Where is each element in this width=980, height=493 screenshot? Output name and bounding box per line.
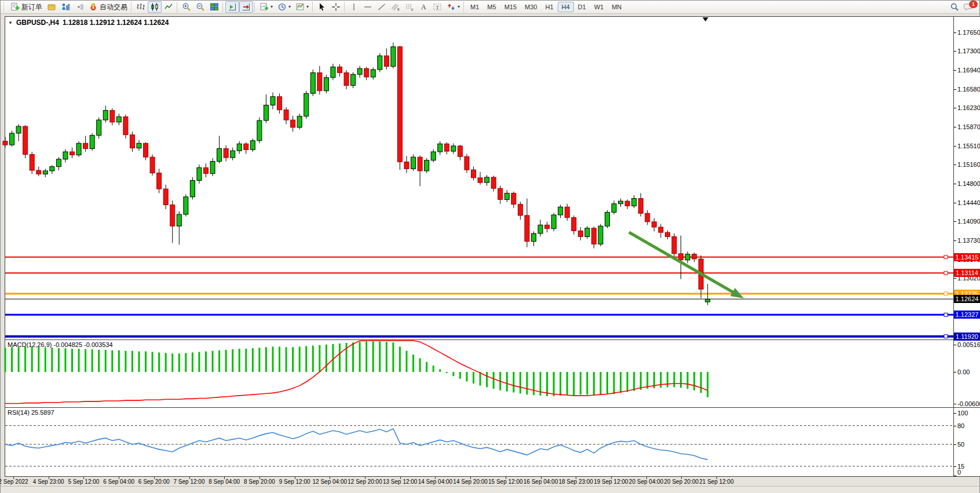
equidistant-channel-button[interactable]: E [389,1,403,13]
price-tick-label: 1.14800 [957,181,980,187]
date-label: 12 Sep 20:00 [348,479,382,485]
timeframe-d1[interactable]: D1 [574,2,590,12]
new-order-button[interactable]: 新订单 [8,1,45,13]
signals-button[interactable] [72,1,86,13]
separator [312,2,313,12]
rsi-tick-mark [954,476,956,476]
text-label-button[interactable]: T [430,1,444,13]
notification-badge: 1 [969,1,978,8]
chevron-down-icon: ▾ [288,5,291,9]
price-tick-mark [954,51,956,52]
tile-windows-button[interactable] [207,1,221,13]
fibonacci-icon: F [405,2,414,12]
rsi-tick-mark [954,466,956,467]
timeframe-w1[interactable]: W1 [590,2,608,12]
separator [463,2,464,12]
date-label: 4 Sep 23:00 [33,479,64,485]
text-icon: A [419,2,428,12]
status-bar [1,486,979,493]
price-tick-mark [954,221,956,222]
timeframe-m15[interactable]: M15 [500,2,521,12]
date-label: 16 Sep 04:00 [524,479,558,485]
chart-shift-button[interactable] [225,1,239,13]
candlestick-chart-button[interactable] [148,1,162,13]
date-label: 14 Sep 20:00 [453,479,488,485]
chart-collapse-icon[interactable]: ▼ [8,20,13,25]
market-watch-button[interactable] [58,1,72,13]
timeframe-m5[interactable]: M5 [483,2,500,12]
price-tick-label: 1.16230 [957,105,980,111]
zoom-out-button[interactable] [193,1,207,13]
rsi-panel-border[interactable] [5,407,980,408]
separator [344,2,345,12]
profiles-button[interactable] [45,1,58,13]
price-tick-mark [954,203,956,203]
tile-windows-icon [210,2,219,12]
trendline-button[interactable] [375,1,389,13]
price-tick-mark [954,32,956,33]
toolbar-grip[interactable] [3,2,6,12]
date-label: 18 Sep 23:00 [558,479,593,485]
auto-scroll-button[interactable] [239,1,253,13]
timeframe-m1[interactable]: M1 [466,2,483,12]
bar-chart-icon [136,2,145,12]
date-label: 20 Sep 04:00 [629,479,664,485]
date-label: 5 Sep 12:00 [68,479,99,485]
timeframe-m30[interactable]: M30 [521,2,541,12]
vertical-line-button[interactable] [347,1,361,13]
rsi-tick-mark [954,444,956,445]
search-icon [950,2,959,12]
fibonacci-button[interactable]: F [403,1,416,13]
price-tick-mark [954,278,956,279]
price-tick-mark [954,165,956,165]
indicators-button[interactable]: ▾ [257,1,275,13]
periods-button[interactable]: ▾ [275,1,293,13]
zoom-in-button[interactable] [180,1,193,13]
price-tick-mark [954,108,956,108]
rsi-tick-label: 80 [957,423,964,429]
notifications-button[interactable]: 1 [961,1,976,13]
new-order-icon [10,2,20,12]
price-tick-mark [954,127,956,127]
separator [131,2,131,12]
crosshair-button[interactable] [329,1,343,13]
timeframe-group: M1M5M15M30H1H4D1W1MN [466,2,626,12]
macd-tick-mark [954,404,956,404]
line-chart-icon [164,2,173,12]
timeframe-h1[interactable]: H1 [541,2,557,12]
date-label: 6 Sep 20:00 [138,479,170,485]
macd-panel-border[interactable] [5,339,980,340]
line-chart-button[interactable] [162,1,175,13]
horizontal-line-button[interactable] [361,1,375,13]
price-tick-mark [954,240,956,241]
date-axis-border [5,476,980,477]
market-watch-icon [61,2,70,12]
svg-text:A: A [421,3,426,11]
date-label: 7 Sep 12:00 [174,479,205,485]
price-tick-label: 1.16940 [957,67,980,74]
cursor-icon [317,2,327,12]
ohlc-quote-label: 1.12818 1.12912 1.12624 1.12624 [63,19,169,27]
toolbar-right: 1 [948,1,976,13]
price-badge-1.13114: 1.13114 [954,269,980,277]
bar-chart-button[interactable] [134,1,148,13]
signals-icon [75,2,84,12]
timeframe-h4[interactable]: H4 [558,2,574,12]
price-tick-label: 1.17650 [957,30,980,36]
price-tick-label: 1.14440 [957,200,980,206]
templates-button[interactable]: ▾ [293,1,311,13]
chart-shift-icon [228,2,237,12]
arrows-button[interactable]: ▾ [444,1,462,13]
price-badge-1.12624: 1.12624 [954,295,980,303]
zoom-out-icon [196,2,205,12]
timeframe-mn[interactable]: MN [608,2,626,12]
auto-trading-button[interactable]: 自动交易 [86,1,130,13]
date-label: 8 Sep 04:00 [209,479,240,485]
price-tick-mark [954,70,956,71]
auto-scroll-icon [242,2,251,12]
date-label: 19 Sep 12:00 [594,479,628,485]
rsi-indicator-label: RSI(14) 25.5897 [8,409,54,416]
search-button[interactable] [948,1,961,13]
text-button[interactable]: A [416,1,430,13]
cursor-button[interactable] [315,1,329,13]
